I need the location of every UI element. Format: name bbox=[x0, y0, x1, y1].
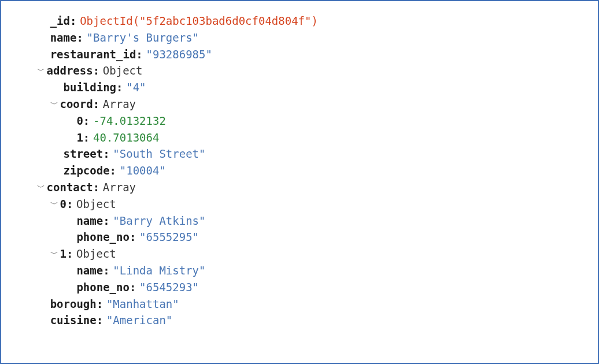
value-contact-1-name: "Linda Mistry" bbox=[113, 262, 205, 279]
field-contact-1-phone: phone_no:"6545293" bbox=[10, 279, 589, 296]
value-contact-0-type: Object bbox=[76, 196, 116, 213]
key-zipcode: zipcode bbox=[64, 162, 110, 179]
key-coord: coord bbox=[60, 96, 93, 113]
field-address-street: street:"South Street" bbox=[10, 146, 589, 162]
value-id: ObjectId("5f2abc103bad6d0cf04d804f") bbox=[80, 13, 318, 29]
chevron-down-icon[interactable]: ﹀ bbox=[37, 179, 47, 196]
key-restaurant-id: restaurant_id bbox=[50, 46, 136, 63]
value-contact-1-phone: "6545293" bbox=[139, 279, 199, 296]
field-contact-1-name: name:"Linda Mistry" bbox=[10, 262, 589, 279]
field-contact-0-name: name:"Barry Atkins" bbox=[10, 213, 589, 229]
value-name: "Barry's Burgers" bbox=[87, 29, 199, 46]
value-coord-0: -74.0132132 bbox=[93, 113, 166, 129]
key-coord-1: 1 bbox=[76, 129, 83, 146]
field-contact-0[interactable]: ﹀0:Object bbox=[10, 196, 589, 213]
chevron-down-icon[interactable]: ﹀ bbox=[50, 196, 60, 213]
value-cuisine: "American" bbox=[106, 312, 172, 329]
field-cuisine: cuisine:"American" bbox=[10, 312, 589, 329]
value-contact-type: Array bbox=[103, 179, 136, 196]
field-contact-1[interactable]: ﹀1:Object bbox=[10, 246, 589, 262]
document-tree: _id:ObjectId("5f2abc103bad6d0cf04d804f")… bbox=[0, 0, 599, 364]
value-restaurant-id: "93286985" bbox=[146, 46, 212, 63]
value-contact-1-type: Object bbox=[76, 246, 116, 262]
key-address: address bbox=[47, 62, 93, 79]
key-coord-0: 0 bbox=[76, 113, 83, 129]
field-address-coord[interactable]: ﹀coord:Array bbox=[10, 96, 589, 113]
chevron-down-icon[interactable]: ﹀ bbox=[50, 96, 60, 113]
key-contact-0-name: name bbox=[76, 213, 103, 229]
field-address[interactable]: ﹀address:Object bbox=[10, 62, 589, 79]
field-contact[interactable]: ﹀contact:Array bbox=[10, 179, 589, 196]
field-name: name:"Barry's Burgers" bbox=[10, 29, 589, 46]
key-name: name bbox=[50, 29, 77, 46]
key-contact-0-phone: phone_no bbox=[76, 229, 130, 246]
key-contact: contact bbox=[47, 179, 93, 196]
value-borough: "Manhattan" bbox=[106, 296, 179, 313]
key-cuisine: cuisine bbox=[50, 312, 97, 329]
field-id: _id:ObjectId("5f2abc103bad6d0cf04d804f") bbox=[10, 13, 589, 29]
field-address-building: building:"4" bbox=[10, 79, 589, 96]
field-contact-0-phone: phone_no:"6555295" bbox=[10, 229, 589, 246]
value-coord-1: 40.7013064 bbox=[93, 129, 159, 146]
value-contact-0-name: "Barry Atkins" bbox=[113, 213, 205, 229]
value-contact-0-phone: "6555295" bbox=[139, 229, 199, 246]
chevron-down-icon[interactable]: ﹀ bbox=[50, 246, 60, 262]
key-street: street bbox=[64, 146, 103, 162]
key-contact-1-name: name bbox=[76, 262, 103, 279]
key-borough: borough bbox=[50, 296, 97, 313]
field-borough: borough:"Manhattan" bbox=[10, 296, 589, 313]
field-address-zipcode: zipcode:"10004" bbox=[10, 162, 589, 179]
key-id: _id bbox=[50, 13, 70, 29]
field-coord-1: 1:40.7013064 bbox=[10, 129, 589, 146]
key-contact-0: 0 bbox=[60, 196, 66, 213]
chevron-down-icon[interactable]: ﹀ bbox=[37, 62, 47, 79]
value-building: "4" bbox=[126, 79, 146, 96]
value-street: "South Street" bbox=[113, 146, 205, 162]
value-coord-type: Array bbox=[103, 96, 136, 113]
key-building: building bbox=[64, 79, 117, 96]
value-address-type: Object bbox=[103, 62, 143, 79]
key-contact-1: 1 bbox=[60, 246, 66, 262]
field-restaurant-id: restaurant_id:"93286985" bbox=[10, 46, 589, 63]
value-zipcode: "10004" bbox=[120, 162, 166, 179]
field-coord-0: 0:-74.0132132 bbox=[10, 113, 589, 129]
key-contact-1-phone: phone_no bbox=[76, 279, 130, 296]
